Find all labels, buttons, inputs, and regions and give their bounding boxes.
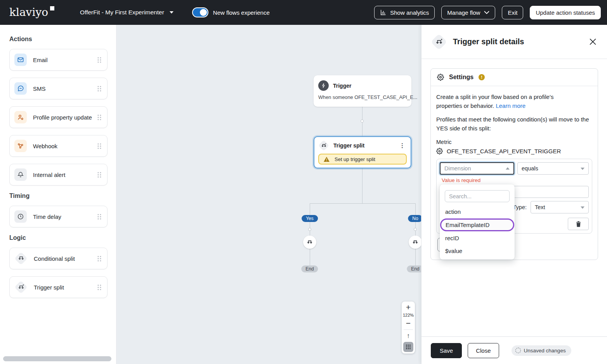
drag-handle-icon[interactable] [97, 57, 102, 63]
flow-name-label: OfferFit - My First Experimenter [80, 9, 164, 16]
validation-error: Value is required [442, 177, 589, 183]
klaviyo-logo: klaviyo [9, 7, 54, 18]
zoom-in-button[interactable]: + [406, 303, 411, 312]
type-select[interactable]: Text [531, 201, 589, 213]
sidebar-scrollbar[interactable] [3, 356, 111, 361]
bell-icon [14, 168, 27, 181]
operator-select[interactable]: equals [517, 162, 589, 175]
trigger-split-node[interactable]: Trigger split ⋮ Set up trigger split [314, 136, 411, 168]
manage-flow-label: Manage flow [447, 9, 480, 16]
zoom-out-button[interactable]: − [406, 319, 411, 328]
show-analytics-button[interactable]: Show analytics [374, 6, 435, 19]
zoom-level: 122% [403, 313, 414, 317]
sidebar-item-label: Profile property update [33, 114, 92, 121]
yes-branch-pill: Yes [302, 215, 318, 222]
dropdown-option-value[interactable]: $value [440, 244, 515, 257]
sidebar-item-internal-alert[interactable]: Internal alert [9, 164, 108, 185]
unsaved-changes-badge: Unsaved changes [512, 345, 571, 356]
clock-icon [14, 210, 27, 223]
divider [404, 329, 413, 330]
sidebar-item-email[interactable]: Email [9, 49, 108, 71]
panel-footer: Save Close Unsaved changes [421, 336, 607, 364]
drag-handle-icon[interactable] [97, 172, 102, 178]
warning-triangle-icon [324, 157, 330, 162]
dropdown-search-input[interactable] [445, 190, 510, 202]
setup-warning-chip[interactable]: Set up trigger split [318, 154, 407, 165]
gear-icon [437, 74, 444, 81]
sidebar-item-profile-property-update[interactable]: Profile property update [9, 106, 108, 128]
sidebar-item-sms[interactable]: SMS [9, 78, 108, 99]
sidebar-item-label: Trigger split [34, 284, 64, 291]
drag-handle-icon[interactable] [97, 85, 102, 92]
lightning-bolt-icon [318, 80, 329, 91]
dropdown-option-action[interactable]: action [440, 205, 515, 218]
connector-dot [308, 228, 311, 231]
sms-icon [14, 82, 27, 95]
drag-handle-icon[interactable] [97, 284, 102, 291]
close-icon[interactable] [588, 37, 598, 47]
panel-title: Trigger split details [453, 37, 524, 46]
drag-handle-icon[interactable] [97, 143, 102, 149]
canvas-zoom-controls: + 122% − ↑ [402, 302, 415, 354]
new-flows-toggle[interactable] [192, 7, 208, 17]
update-action-statuses-button[interactable]: Update action statuses [530, 6, 601, 19]
actions-sidebar: Actions Email SMS Profile property upda [0, 25, 116, 364]
drag-handle-icon[interactable] [97, 213, 102, 220]
add-step-split-circle[interactable] [409, 236, 421, 249]
scroll-to-top-button[interactable]: ↑ [407, 332, 410, 340]
trigger-node-description: When someone OFE_TEST_CASE_API_E... [318, 94, 407, 100]
chevron-down-icon [581, 168, 584, 172]
delete-condition-button[interactable] [568, 218, 589, 230]
sidebar-item-trigger-split[interactable]: Trigger split [9, 276, 108, 298]
add-step-split-circle[interactable] [303, 236, 316, 249]
sidebar-item-label: Conditional split [34, 255, 75, 262]
close-button[interactable]: Close [468, 343, 499, 358]
drag-handle-icon[interactable] [97, 114, 102, 121]
exit-button[interactable]: Exit [502, 6, 523, 19]
manage-flow-button[interactable]: Manage flow [441, 6, 495, 19]
trigger-split-icon [14, 281, 28, 294]
metric-label: Metric [436, 139, 592, 145]
sidebar-item-webhook[interactable]: Webhook [9, 135, 108, 157]
gear-icon [436, 148, 443, 154]
metric-value: OFE_TEST_CASE_API_EVENT_TRIGGER [447, 148, 561, 154]
grid-view-button[interactable] [403, 342, 413, 352]
connector-line [310, 203, 310, 265]
sidebar-item-time-delay[interactable]: Time delay [9, 206, 108, 227]
dimension-dropdown: action EmailTemplateID recID $value [440, 184, 515, 260]
learn-more-link[interactable]: Learn more [496, 102, 525, 109]
flow-canvas[interactable]: Trigger When someone OFE_TEST_CASE_API_E… [116, 25, 421, 364]
flow-name-dropdown[interactable]: OfferFit - My First Experimenter [80, 9, 173, 16]
save-button[interactable]: Save [431, 343, 462, 358]
unsaved-changes-label: Unsaved changes [524, 348, 566, 354]
toggle-knob [200, 9, 207, 16]
dimension-select[interactable]: Dimension [440, 162, 514, 175]
profile-icon [14, 111, 27, 123]
dropdown-option-recid[interactable]: recID [440, 232, 515, 244]
section-title-timing: Timing [9, 192, 108, 199]
warning-badge-icon: ! [479, 74, 485, 80]
connector-line [362, 168, 362, 203]
dropdown-option-emailtemplateid[interactable]: EmailTemplateID [440, 218, 514, 231]
chevron-down-icon [581, 206, 584, 211]
email-icon [14, 54, 27, 66]
setup-warning-label: Set up trigger split [335, 156, 375, 162]
trigger-split-details-panel: Trigger split details Settings ! Create … [421, 25, 607, 364]
settings-card: Settings ! Create a split in your flow b… [430, 68, 598, 260]
chevron-down-icon [170, 11, 173, 16]
sidebar-item-conditional-split[interactable]: Conditional split [9, 248, 108, 269]
settings-description: Create a split in your flow based on a p… [436, 92, 581, 110]
type-label: Type: [513, 204, 527, 210]
trigger-node[interactable]: Trigger When someone OFE_TEST_CASE_API_E… [314, 75, 411, 107]
drag-handle-icon[interactable] [97, 255, 102, 262]
sidebar-item-label: Email [33, 57, 48, 63]
kebab-menu-icon[interactable]: ⋮ [398, 142, 407, 149]
chevron-down-icon [484, 11, 489, 14]
exit-label: Exit [508, 9, 517, 16]
sidebar-item-label: Internal alert [33, 172, 65, 178]
webhook-icon [14, 140, 27, 152]
toggle-label: New flows experience [213, 9, 270, 16]
operator-value: equals [522, 165, 538, 172]
trigger-split-node-title: Trigger split [333, 142, 364, 149]
connector-line [415, 203, 416, 265]
